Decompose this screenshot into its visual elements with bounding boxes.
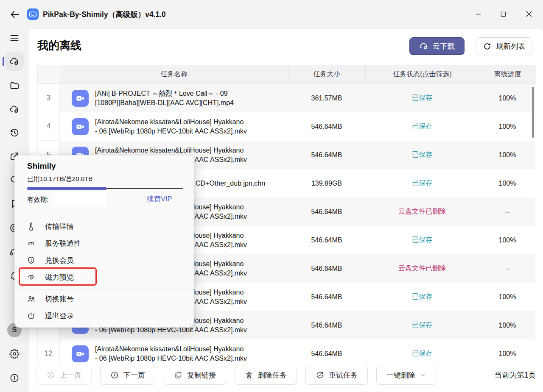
- cloud-download-button[interactable]: 云下载: [409, 37, 465, 55]
- task-status[interactable]: 已保存: [365, 112, 479, 141]
- nav-offline-downloads[interactable]: [9, 56, 20, 67]
- task-status[interactable]: 已保存: [365, 311, 479, 339]
- task-size: 546.64MB: [288, 112, 365, 141]
- footer-toolbar: 上一页下一页复制链接删除任务重试任务一键删除当前为第1页: [36, 365, 536, 385]
- info-icon: [9, 373, 20, 383]
- thermometer-icon: [27, 222, 36, 231]
- task-size: 546.64MB: [288, 226, 365, 254]
- menu-item-label: 切换账号: [45, 294, 74, 304]
- nav-history[interactable]: [9, 128, 20, 138]
- renew-vip-link[interactable]: 续费VIP: [147, 195, 172, 204]
- menu-icon: [9, 33, 20, 43]
- copy-link-button[interactable]: 复制链接: [164, 366, 226, 385]
- storage-usage-text: 已用10.17TB/总20.0TB: [27, 175, 92, 183]
- task-size: 546.64MB: [288, 197, 365, 226]
- task-row[interactable]: 3[ANi] B-PROJECT ～熱烈＊Love Call～ - 09[108…: [38, 84, 535, 112]
- app-title: PikPak-By-Shimily（高级版）v4.1.0: [43, 9, 166, 19]
- menu-item-label: 退出登录: [45, 311, 74, 321]
- popup-divider: [15, 289, 193, 290]
- scrollbar-thumb[interactable]: [532, 87, 534, 138]
- active-nav-indicator: [3, 57, 4, 66]
- task-progress: 100%: [479, 84, 535, 112]
- page-title: 我的离线: [37, 38, 81, 53]
- refresh-list-button[interactable]: 刷新列表: [476, 37, 532, 55]
- col-task-size: 任务大小: [288, 65, 365, 83]
- page-status: 当前为第1页: [495, 370, 536, 380]
- button-label: 删除任务: [258, 370, 287, 380]
- back-icon[interactable]: [9, 9, 20, 20]
- cloud-download-icon: [9, 56, 20, 67]
- delete-task-button[interactable]: 删除任务: [235, 366, 297, 385]
- validity-date-redacted: [55, 192, 106, 206]
- menu-switch-account[interactable]: 切换账号: [15, 290, 193, 307]
- table-header: 任务名称 任务大小 任务状态(点击筛选) 离线进度: [37, 65, 535, 84]
- chevron-left-circle-icon: [47, 371, 55, 379]
- nav-files[interactable]: [9, 81, 20, 91]
- nav-cloud-upload[interactable]: [9, 104, 20, 114]
- menu-transfer-details[interactable]: 传输详情: [15, 218, 193, 235]
- retry-task-button[interactable]: 重试任务: [305, 366, 368, 385]
- task-status[interactable]: 已保存: [365, 226, 479, 254]
- menu-item-label: 服务联通性: [45, 239, 81, 248]
- task-progress: 100%: [479, 339, 535, 363]
- nav-about[interactable]: [9, 373, 20, 383]
- delete-all-button[interactable]: 一键删除: [376, 366, 436, 385]
- task-row[interactable]: 4[Airota&Nekomoe kissaten&LoliHouse] Hya…: [38, 112, 535, 141]
- menu-redeem-membership[interactable]: 兑换会员: [15, 252, 193, 269]
- history-icon: [9, 128, 20, 138]
- next-page-button[interactable]: 下一页: [100, 366, 155, 385]
- task-status[interactable]: 云盘文件已删除: [365, 197, 479, 226]
- row-index: 4: [38, 112, 60, 141]
- task-status[interactable]: 已保存: [365, 84, 479, 112]
- task-status[interactable]: 已保存: [365, 283, 479, 311]
- menu-service-connectivity[interactable]: 服务联通性: [15, 235, 193, 252]
- task-status[interactable]: 云盘文件已删除: [365, 254, 479, 283]
- task-progress: 100%: [479, 283, 535, 311]
- col-offline-progress: 离线进度: [479, 65, 536, 83]
- popup-divider: [15, 216, 193, 216]
- task-progress: 100%: [479, 141, 535, 169]
- eye-icon: [27, 273, 36, 282]
- task-status[interactable]: 已保存: [365, 141, 479, 169]
- trash-icon: [245, 371, 253, 379]
- col-index: [38, 65, 60, 83]
- maximize-button[interactable]: [495, 6, 512, 22]
- storage-progress-bar: [27, 187, 183, 190]
- app-logo-icon: [27, 8, 39, 20]
- task-size: 361.57MB: [288, 84, 365, 112]
- col-task-name: 任务名称: [60, 65, 288, 83]
- menu-logout[interactable]: 退出登录: [15, 307, 193, 324]
- button-label: 下一页: [123, 370, 145, 380]
- validity-label: 有效期:: [27, 195, 49, 204]
- task-size: 139.89GB: [288, 169, 365, 197]
- row-index: 3: [38, 84, 60, 112]
- task-status[interactable]: 已保存: [365, 339, 479, 363]
- chevron-right-circle-icon: [110, 371, 119, 379]
- account-popup: Shimily 已用10.17TB/总20.0TB 有效期: 续费VIP 传输详…: [14, 155, 194, 328]
- menu-toggle[interactable]: [9, 33, 20, 43]
- task-status[interactable]: 已保存: [365, 169, 479, 197]
- video-file-icon: [72, 118, 89, 135]
- retry-icon: [316, 371, 324, 379]
- task-row[interactable]: 12[Airota&Nekomoe kissaten&LoliHouse] Hy…: [38, 339, 535, 363]
- task-name-cell: [Airota&Nekomoe kissaten&LoliHouse] Hyak…: [60, 339, 288, 363]
- close-button[interactable]: [521, 6, 537, 22]
- task-name: [ANi] B-PROJECT ～熱烈＊Love Call～ - 09[1080…: [95, 89, 234, 108]
- menu-item-label: 磁力预览: [45, 272, 74, 282]
- menu-magnet-preview[interactable]: 磁力预览: [15, 269, 193, 286]
- folder-icon: [9, 81, 20, 91]
- col-task-status-filter[interactable]: 任务状态(点击筛选): [365, 65, 479, 83]
- prev-page-button[interactable]: 上一页: [36, 366, 92, 385]
- nav-settings[interactable]: [9, 349, 20, 359]
- gear-icon: [9, 349, 20, 359]
- cloud-upload-icon: [9, 104, 20, 114]
- refresh-icon: [483, 42, 492, 51]
- task-progress: 100%: [479, 112, 535, 141]
- row-index: 12: [38, 339, 60, 363]
- menu-item-label: 传输详情: [45, 222, 74, 231]
- button-label: 重试任务: [329, 370, 358, 380]
- task-progress: 100%: [479, 169, 535, 197]
- task-name-cell: [Airota&Nekomoe kissaten&LoliHouse] Hyak…: [60, 112, 288, 141]
- video-file-icon: [72, 90, 89, 107]
- minimize-button[interactable]: [470, 6, 487, 22]
